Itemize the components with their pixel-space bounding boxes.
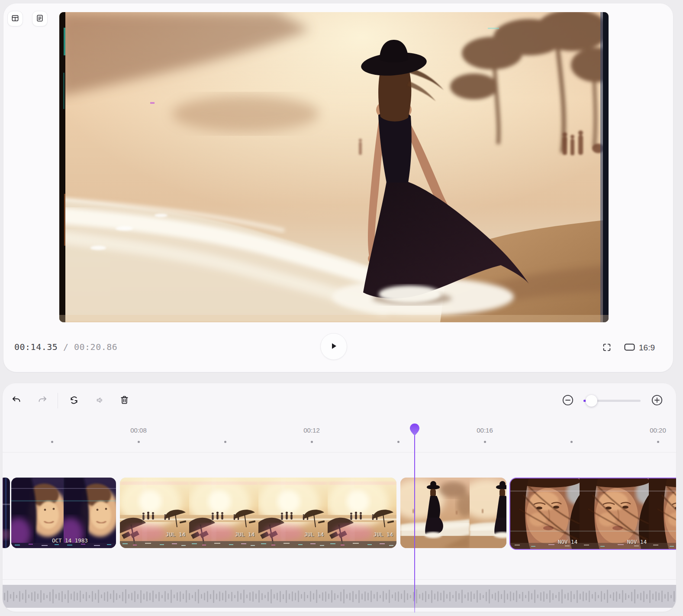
current-time: 00:14.35 bbox=[14, 342, 58, 352]
volume-icon bbox=[95, 395, 105, 406]
loop-button[interactable] bbox=[68, 395, 80, 407]
clip-face-closeup[interactable]: NOV 14 NOV 14 bbox=[509, 478, 676, 550]
ruler-label: 00:12 bbox=[294, 427, 329, 434]
ruler-label: 00:20 bbox=[641, 427, 675, 434]
playback-bar: 00:14.35 / 00:20.86 bbox=[3, 333, 673, 361]
volume-button[interactable] bbox=[94, 395, 106, 407]
timeline-panel: 00:08 00:12 00:16 00:20 OCT 14 1983 bbox=[3, 383, 676, 612]
zoom-out-button[interactable] bbox=[562, 395, 574, 407]
time-display: 00:14.35 / 00:20.86 bbox=[14, 342, 117, 352]
track-divider bbox=[3, 452, 676, 452]
zoom-controls bbox=[562, 395, 663, 407]
video-track: OCT 14 1983 JUL 14 JUL 14 JUL 14 JUL 14 bbox=[3, 478, 676, 548]
aspect-ratio-control[interactable]: 16:9 bbox=[624, 343, 655, 353]
redo-button[interactable] bbox=[36, 395, 48, 407]
zoom-in-icon bbox=[651, 394, 663, 407]
loop-icon bbox=[69, 395, 79, 407]
time-separator: / bbox=[63, 342, 74, 352]
undo-button[interactable] bbox=[10, 395, 23, 407]
preview-panel: 00:14.35 / 00:20.86 bbox=[3, 3, 673, 372]
ruler-tick bbox=[51, 441, 53, 443]
zoom-slider-thumb[interactable] bbox=[586, 395, 597, 407]
delete-button[interactable] bbox=[118, 395, 130, 407]
ruler-tick bbox=[138, 441, 140, 443]
video-editor-app: 00:14.35 / 00:20.86 bbox=[0, 0, 683, 616]
fullscreen-button[interactable] bbox=[601, 342, 613, 354]
clip-beach-sunset[interactable]: JUL 14 JUL 14 JUL 14 JUL 14 bbox=[120, 478, 396, 548]
script-view-button[interactable] bbox=[32, 11, 48, 26]
trash-icon bbox=[119, 395, 129, 406]
audio-track[interactable] bbox=[3, 585, 676, 608]
total-time: 00:20.86 bbox=[74, 342, 117, 352]
aspect-ratio-label: 16:9 bbox=[639, 343, 655, 353]
ruler-label: 00:08 bbox=[121, 427, 156, 434]
playhead-handle[interactable] bbox=[410, 424, 419, 437]
zoom-out-icon bbox=[562, 394, 574, 407]
play-button[interactable] bbox=[320, 333, 347, 360]
clip-offscreen[interactable] bbox=[3, 478, 10, 548]
clip-vhs-man[interactable]: OCT 14 1983 bbox=[11, 478, 116, 548]
ruler-tick bbox=[311, 441, 313, 443]
ruler-tick bbox=[224, 441, 226, 443]
script-view-icon bbox=[35, 14, 44, 24]
track-divider bbox=[3, 579, 676, 580]
ruler-tick bbox=[397, 441, 399, 443]
toolbar-divider bbox=[58, 393, 58, 408]
waveform bbox=[3, 585, 676, 608]
video-preview[interactable] bbox=[59, 12, 609, 322]
table-view-button[interactable] bbox=[7, 11, 23, 26]
zoom-in-button[interactable] bbox=[651, 395, 663, 407]
timeline-zoom-slider[interactable] bbox=[583, 395, 641, 407]
ruler-tick bbox=[657, 441, 659, 443]
ruler-tick bbox=[484, 441, 486, 443]
aspect-ratio-icon bbox=[624, 343, 635, 353]
ruler-tick bbox=[570, 441, 573, 443]
redo-icon bbox=[37, 395, 48, 407]
table-view-icon bbox=[11, 14, 19, 24]
ruler-label: 00:16 bbox=[467, 427, 502, 434]
play-icon bbox=[329, 342, 338, 352]
fullscreen-icon bbox=[602, 343, 612, 353]
undo-icon bbox=[11, 395, 22, 407]
clip-woman-walking[interactable] bbox=[400, 478, 506, 548]
timeline-toolbar bbox=[3, 383, 676, 418]
